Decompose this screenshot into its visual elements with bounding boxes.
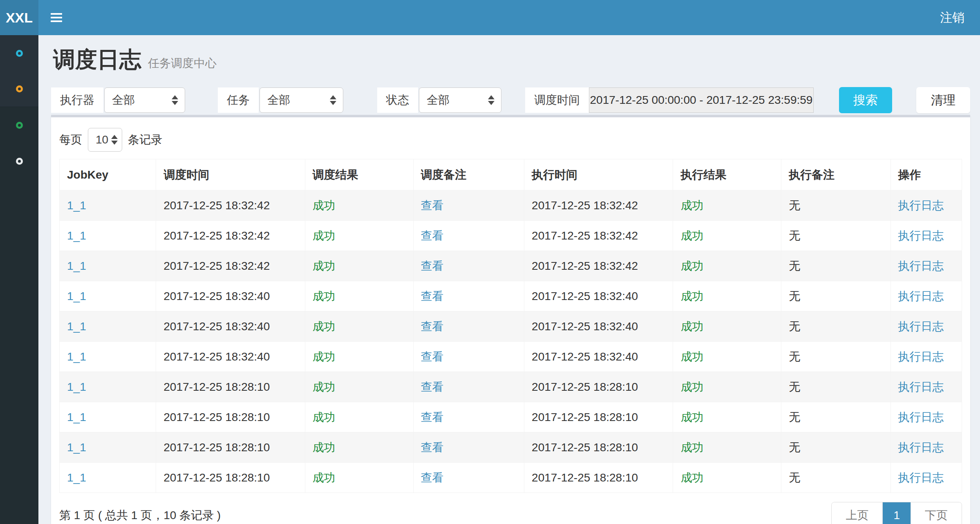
table-row: 1_1 2017-12-25 18:28:10 成功 查看 2017-12-25… [60, 402, 962, 432]
jobkey-link[interactable]: 1_1 [67, 290, 86, 302]
select-arrows-icon [488, 95, 494, 105]
table-footer: 第 1 页 ( 总共 1 页，10 条记录 ) 上页 1 下页 [59, 493, 962, 524]
page-length-prefix: 每页 [59, 132, 82, 148]
column-header[interactable]: JobKey [60, 159, 156, 190]
prev-page-button[interactable]: 上页 [832, 502, 883, 524]
handle-result-cell: 成功 [680, 471, 703, 484]
pagination: 上页 1 下页 [831, 502, 962, 524]
pagination-info: 第 1 页 ( 总共 1 页，10 条记录 ) [59, 508, 221, 523]
handle-msg-cell: 无 [789, 441, 800, 454]
jobkey-link[interactable]: 1_1 [67, 320, 86, 333]
trigger-result-cell: 成功 [313, 320, 336, 333]
executor-select[interactable]: 全部 [104, 87, 185, 113]
handle-time-cell: 2017-12-25 18:32:40 [532, 350, 638, 363]
sidebar-toggle-icon[interactable] [51, 13, 63, 22]
exec-log-link[interactable]: 执行日志 [898, 350, 944, 363]
job-filter-group: 任务 全部 [218, 87, 343, 113]
handle-time-cell: 2017-12-25 18:28:10 [532, 381, 638, 393]
table-row: 1_1 2017-12-25 18:32:40 成功 查看 2017-12-25… [60, 281, 962, 311]
job-filter-label: 任务 [218, 87, 259, 113]
handle-result-cell: 成功 [680, 229, 703, 242]
sidebar-item-3[interactable] [0, 107, 38, 143]
search-button[interactable]: 搜索 [839, 87, 892, 113]
table-row: 1_1 2017-12-25 18:28:10 成功 查看 2017-12-25… [60, 432, 962, 463]
page-header: 调度日志 任务调度中心 [53, 45, 970, 75]
sidebar-item-4[interactable] [0, 143, 38, 179]
exec-log-link[interactable]: 执行日志 [898, 471, 944, 484]
column-header[interactable]: 执行备注 [781, 159, 891, 190]
logout-button[interactable]: 注销 [940, 9, 964, 26]
trigger-result-cell: 成功 [313, 290, 336, 302]
handle-result-cell: 成功 [680, 290, 703, 302]
trigger-result-cell: 成功 [313, 441, 336, 454]
exec-log-link[interactable]: 执行日志 [898, 199, 944, 212]
log-table-panel: 每页 10 条记录 JobKey调度时间调度结果调度备注执行时间执行结果执行备注… [51, 115, 970, 524]
column-header[interactable]: 调度结果 [305, 159, 413, 190]
handle-msg-cell: 无 [789, 320, 800, 333]
jobkey-link[interactable]: 1_1 [67, 229, 86, 242]
trigger-msg-link[interactable]: 查看 [421, 441, 444, 454]
job-select[interactable]: 全部 [260, 87, 343, 113]
trigger-msg-link[interactable]: 查看 [421, 260, 444, 272]
trigger-time-filter-label: 调度时间 [525, 87, 589, 113]
date-range-input[interactable]: 2017-12-25 00:00:00 - 2017-12-25 23:59:5… [589, 87, 814, 113]
trigger-time-cell: 2017-12-25 18:28:10 [163, 381, 270, 393]
filter-toolbar: 执行器 全部 任务 全部 状态 全部 调度时间 2017-12-25 00:00… [51, 87, 970, 113]
circle-icon [16, 158, 23, 165]
executor-filter-label: 执行器 [51, 87, 103, 113]
handle-msg-cell: 无 [789, 199, 800, 212]
executor-filter-group: 执行器 全部 [51, 87, 185, 113]
app-logo[interactable]: XXL [0, 0, 38, 35]
column-header[interactable]: 调度时间 [156, 159, 305, 190]
jobkey-link[interactable]: 1_1 [67, 350, 86, 363]
column-header[interactable]: 调度备注 [413, 159, 524, 190]
column-header[interactable]: 执行结果 [673, 159, 781, 190]
page-subtitle: 任务调度中心 [148, 56, 217, 71]
trigger-msg-link[interactable]: 查看 [421, 320, 444, 333]
jobkey-link[interactable]: 1_1 [67, 260, 86, 272]
handle-msg-cell: 无 [789, 260, 800, 272]
exec-log-link[interactable]: 执行日志 [898, 381, 944, 393]
jobkey-link[interactable]: 1_1 [67, 411, 86, 423]
trigger-msg-link[interactable]: 查看 [421, 381, 444, 393]
status-filter-group: 状态 全部 [377, 87, 501, 113]
jobkey-link[interactable]: 1_1 [67, 471, 86, 484]
column-header[interactable]: 操作 [891, 159, 962, 190]
trigger-msg-link[interactable]: 查看 [421, 471, 444, 484]
clear-button[interactable]: 清理 [916, 87, 970, 113]
trigger-msg-link[interactable]: 查看 [421, 199, 444, 212]
jobkey-link[interactable]: 1_1 [67, 441, 86, 454]
trigger-msg-link[interactable]: 查看 [421, 350, 444, 363]
handle-msg-cell: 无 [789, 411, 800, 423]
exec-log-link[interactable]: 执行日志 [898, 290, 944, 302]
column-header[interactable]: 执行时间 [524, 159, 673, 190]
table-row: 1_1 2017-12-25 18:28:10 成功 查看 2017-12-25… [60, 463, 962, 493]
table-row: 1_1 2017-12-25 18:28:10 成功 查看 2017-12-25… [60, 372, 962, 402]
trigger-msg-link[interactable]: 查看 [421, 229, 444, 242]
select-arrows-icon [111, 135, 118, 145]
sidebar-item-1[interactable] [0, 35, 38, 71]
sidebar-item-2[interactable] [0, 71, 38, 107]
trigger-result-cell: 成功 [313, 260, 336, 272]
trigger-msg-link[interactable]: 查看 [421, 290, 444, 302]
exec-log-link[interactable]: 执行日志 [898, 260, 944, 272]
handle-result-cell: 成功 [680, 260, 703, 272]
table-row: 1_1 2017-12-25 18:32:40 成功 查看 2017-12-25… [60, 311, 962, 342]
exec-log-link[interactable]: 执行日志 [898, 229, 944, 242]
trigger-result-cell: 成功 [313, 229, 336, 242]
exec-log-link[interactable]: 执行日志 [898, 441, 944, 454]
page-length-select[interactable]: 10 [88, 128, 122, 152]
select-arrows-icon [172, 95, 178, 105]
table-row: 1_1 2017-12-25 18:32:40 成功 查看 2017-12-25… [60, 342, 962, 372]
current-page-button[interactable]: 1 [883, 502, 911, 524]
trigger-result-cell: 成功 [313, 350, 336, 363]
jobkey-link[interactable]: 1_1 [67, 199, 86, 212]
page-length-value: 10 [96, 133, 108, 146]
exec-log-link[interactable]: 执行日志 [898, 320, 944, 333]
trigger-msg-link[interactable]: 查看 [421, 411, 444, 423]
status-select-value: 全部 [427, 92, 450, 108]
next-page-button[interactable]: 下页 [911, 502, 962, 524]
exec-log-link[interactable]: 执行日志 [898, 411, 944, 423]
status-select[interactable]: 全部 [419, 87, 501, 113]
jobkey-link[interactable]: 1_1 [67, 381, 86, 393]
